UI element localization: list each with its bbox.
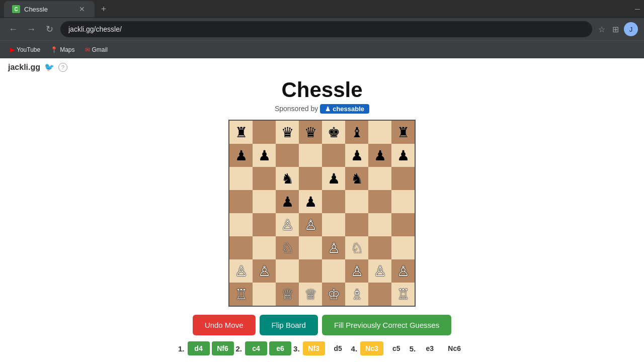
cell-h5[interactable]: [391, 190, 415, 213]
cell-d4[interactable]: ♙: [299, 213, 322, 236]
forward-button[interactable]: →: [24, 22, 38, 36]
cell-f4[interactable]: [345, 213, 368, 236]
move-nc3-badge: Nc3: [360, 341, 383, 355]
cell-g5[interactable]: [368, 190, 391, 213]
cell-f3[interactable]: ♘: [345, 236, 368, 259]
cell-a5[interactable]: [229, 190, 253, 213]
cell-h7[interactable]: ♟: [391, 144, 415, 167]
cell-f5[interactable]: [345, 190, 368, 213]
back-button[interactable]: ←: [6, 22, 20, 36]
move-c4-badge: c4: [245, 341, 267, 355]
cell-g6[interactable]: [368, 167, 391, 190]
cell-h4[interactable]: [391, 213, 415, 236]
bookmark-gmail[interactable]: ✉ Gmail: [81, 44, 112, 55]
site-brand: jackli.gg: [8, 63, 40, 72]
cell-f2[interactable]: ♙: [345, 259, 368, 283]
cell-e3[interactable]: ♙: [322, 236, 345, 259]
cell-d7[interactable]: [299, 144, 322, 167]
move-num-3: 3.: [293, 344, 300, 353]
maps-icon: 📍: [50, 46, 58, 53]
bookmark-maps[interactable]: 📍 Maps: [46, 44, 78, 55]
window-controls: ─: [635, 5, 640, 13]
cell-a6[interactable]: [229, 167, 253, 190]
board-container: ♜♛♛♚♝♜♟♟♟♟♟♞♟♞♟♟♙♙♘♙♘♙♙♙♙♙♖♕♕♔♗♖: [0, 120, 644, 307]
cell-c3[interactable]: ♘: [276, 236, 299, 259]
cell-g8[interactable]: [368, 121, 391, 144]
cell-a2[interactable]: ♙: [229, 259, 253, 283]
cell-b4[interactable]: [253, 213, 276, 236]
cell-c7[interactable]: [276, 144, 299, 167]
cell-d1[interactable]: ♕: [299, 283, 322, 306]
cell-e4[interactable]: [322, 213, 345, 236]
cell-b5[interactable]: [253, 190, 276, 213]
cell-h6[interactable]: [391, 167, 415, 190]
cell-b3[interactable]: [253, 236, 276, 259]
cell-d3[interactable]: [299, 236, 322, 259]
cell-h1[interactable]: ♖: [391, 283, 415, 306]
chessable-badge[interactable]: chessable: [320, 104, 369, 114]
bookmarks-bar: ▶ YouTube 📍 Maps ✉ Gmail: [0, 40, 644, 58]
cell-e6[interactable]: ♟: [322, 167, 345, 190]
cell-c4[interactable]: ♙: [276, 213, 299, 236]
cell-h3[interactable]: [391, 236, 415, 259]
cell-b1[interactable]: [253, 283, 276, 306]
cell-a7[interactable]: ♟: [229, 144, 253, 167]
cell-g7[interactable]: ♟: [368, 144, 391, 167]
cell-f7[interactable]: ♟: [345, 144, 368, 167]
extension-icon[interactable]: ⊞: [612, 25, 619, 34]
title-bar: C Chessle ✕ + ─: [0, 0, 644, 18]
cell-g3[interactable]: [368, 236, 391, 259]
tab-close-button[interactable]: ✕: [77, 5, 87, 14]
cell-c8[interactable]: ♛: [276, 121, 299, 144]
cell-d8[interactable]: ♛: [299, 121, 322, 144]
cell-c6[interactable]: ♞: [276, 167, 299, 190]
cell-f1[interactable]: ♗: [345, 283, 368, 306]
bookmark-youtube[interactable]: ▶ YouTube: [6, 44, 44, 55]
flip-board-button[interactable]: Flip Board: [260, 315, 318, 335]
cell-e5[interactable]: [322, 190, 345, 213]
move-nc3-plain: Nc3: [370, 359, 392, 362]
cell-g1[interactable]: [368, 283, 391, 306]
cell-e7[interactable]: [322, 144, 345, 167]
undo-move-button[interactable]: Undo Move: [193, 315, 256, 335]
cell-f6[interactable]: ♞: [345, 167, 368, 190]
cell-e2[interactable]: [322, 259, 345, 283]
cell-b8[interactable]: [253, 121, 276, 144]
cell-a8[interactable]: ♜: [229, 121, 253, 144]
move-nf6-plain: Nf6: [207, 359, 228, 362]
active-tab[interactable]: C Chessle ✕: [4, 1, 95, 17]
move-c5-badge: c5: [385, 341, 408, 355]
reload-button[interactable]: ↻: [42, 22, 56, 36]
cell-g4[interactable]: [368, 213, 391, 236]
cell-b6[interactable]: [253, 167, 276, 190]
cell-d6[interactable]: [299, 167, 322, 190]
cell-h2[interactable]: ♙: [391, 259, 415, 283]
profile-button[interactable]: J: [624, 22, 638, 36]
cell-c5[interactable]: ♟: [276, 190, 299, 213]
move-c5-plain: c5: [394, 359, 412, 362]
twitter-icon[interactable]: 🐦: [44, 62, 54, 72]
cell-c2[interactable]: [276, 259, 299, 283]
help-icon[interactable]: ?: [58, 63, 67, 72]
bookmark-star-icon[interactable]: ☆: [598, 25, 605, 34]
cell-e1[interactable]: ♔: [322, 283, 345, 306]
minimize-button[interactable]: ─: [635, 5, 640, 13]
cell-h8[interactable]: ♜: [391, 121, 415, 144]
cell-a1[interactable]: ♖: [229, 283, 253, 306]
chess-board[interactable]: ♜♛♛♚♝♜♟♟♟♟♟♞♟♞♟♟♙♙♘♙♘♙♙♙♙♙♖♕♕♔♗♖: [228, 120, 416, 307]
cell-d2[interactable]: [299, 259, 322, 283]
board-wrapper: ♜♛♛♚♝♜♟♟♟♟♟♞♟♞♟♟♙♙♘♙♘♙♙♙♙♙♖♕♕♔♗♖: [228, 120, 416, 307]
address-input[interactable]: [60, 21, 592, 37]
cell-e8[interactable]: ♚: [322, 121, 345, 144]
cell-a4[interactable]: [229, 213, 253, 236]
fill-guesses-button[interactable]: Fill Previously Correct Guesses: [322, 315, 451, 335]
cell-b7[interactable]: ♟: [253, 144, 276, 167]
cell-g2[interactable]: ♙: [368, 259, 391, 283]
cell-c1[interactable]: ♕: [276, 283, 299, 306]
cell-d5[interactable]: ♟: [299, 190, 322, 213]
tab-favicon: C: [12, 5, 20, 13]
cell-b2[interactable]: ♙: [253, 259, 276, 283]
cell-f8[interactable]: ♝: [345, 121, 368, 144]
new-tab-button[interactable]: +: [97, 2, 111, 16]
cell-a3[interactable]: [229, 236, 253, 259]
